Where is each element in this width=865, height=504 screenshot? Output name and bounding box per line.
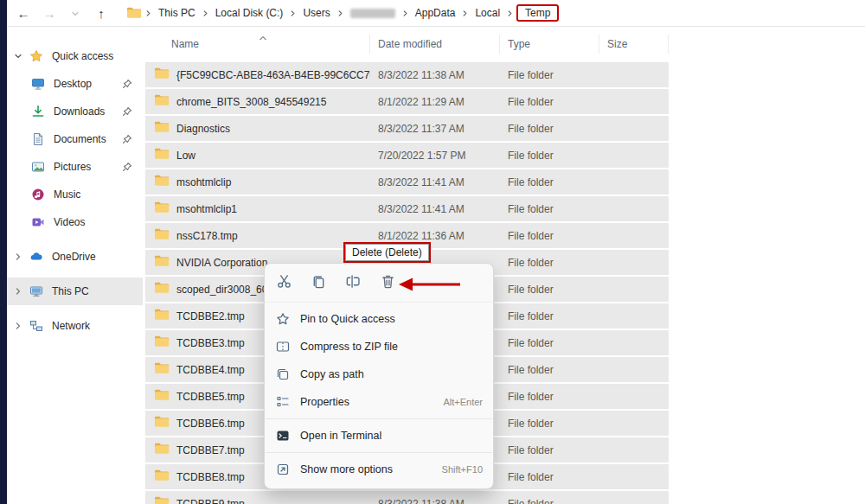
terminal-icon	[275, 429, 291, 443]
file-row[interactable]: chrome_BITS_3008_9455492158/1/2022 11:29…	[145, 89, 669, 114]
chevron-down-icon[interactable]	[9, 52, 28, 61]
menu-item-compress-to-zip-file[interactable]: Compress to ZIP file	[265, 333, 493, 360]
file-name-cell: msohtmlclip1	[145, 201, 370, 216]
downloads-icon	[29, 105, 47, 118]
chevron-right-icon[interactable]	[9, 287, 28, 296]
file-explorer-window: ←→↑ This PCLocal Disk (C:)UsersAppDataLo…	[0, 0, 865, 504]
forward-arrow-button[interactable]: →	[38, 3, 61, 23]
date-modified-cell: 8/3/2022 11:38 AM	[370, 498, 500, 504]
type-cell: File folder	[500, 391, 599, 403]
context-menu: Pin to Quick accessCompress to ZIP fileC…	[264, 263, 494, 489]
file-row[interactable]: TCDBBE9.tmp8/3/2022 11:38 AMFile folder	[145, 491, 669, 504]
file-name-cell: Low	[145, 148, 370, 163]
file-row[interactable]: Diagnostics8/3/2022 11:37 AMFile folder	[145, 116, 669, 141]
menu-item-copy-as-path[interactable]: Copy as path	[265, 360, 493, 388]
file-row[interactable]: msohtmlclip18/3/2022 11:41 AMFile folder	[145, 196, 669, 221]
breadcrumb-item-temp-red-box-annotation[interactable]: Temp	[516, 4, 559, 22]
nav-buttons: ←→↑	[7, 3, 118, 23]
folder-icon	[154, 201, 170, 216]
music-icon	[29, 188, 47, 201]
file-name: msohtmlclip1	[176, 203, 237, 215]
menu-cut-button[interactable]	[266, 268, 301, 297]
sidebar-item-this-pc[interactable]: This PC	[7, 278, 143, 305]
properties-icon	[275, 395, 291, 409]
type-cell: File folder	[500, 444, 599, 456]
sidebar-item-music[interactable]: Music	[7, 181, 143, 208]
sort-ascending-icon[interactable]	[258, 29, 268, 45]
copy-path-icon	[275, 367, 291, 381]
cut-icon	[276, 273, 292, 292]
videos-icon	[29, 215, 47, 229]
sidebar-item-downloads[interactable]: Downloads	[7, 98, 143, 125]
breadcrumb-item-local[interactable]: Local	[470, 4, 505, 22]
menu-item-pin-to-quick-access[interactable]: Pin to Quick access	[265, 305, 493, 333]
up-arrow-button[interactable]: ↑	[90, 3, 112, 23]
file-name-cell: nssC178.tmp	[145, 228, 370, 243]
folder-icon	[154, 121, 170, 136]
folder-icon	[154, 148, 170, 163]
folder-icon	[154, 335, 170, 350]
breadcrumb-item-local-disk-c[interactable]: Local Disk (C:)	[210, 4, 289, 22]
file-name: NVIDIA Corporation	[176, 257, 267, 269]
menu-item-shortcut: Alt+Enter	[443, 397, 483, 407]
breadcrumb: This PCLocal Disk (C:)UsersAppDataLocalT…	[144, 4, 559, 22]
file-name: nssC178.tmp	[176, 230, 238, 242]
file-name: TCDBBE5.tmp	[176, 391, 245, 403]
sidebar-item-quick-access[interactable]: Quick access	[7, 42, 143, 70]
sidebar-item-onedrive[interactable]: OneDrive	[7, 243, 143, 271]
file-row[interactable]: msohtmlclip8/3/2022 11:41 AMFile folder	[145, 169, 669, 195]
chevron-right-icon[interactable]	[9, 252, 28, 261]
sidebar-item-desktop[interactable]: Desktop	[7, 70, 143, 98]
folder-icon	[154, 228, 170, 243]
chevron-right-icon[interactable]	[9, 322, 28, 330]
zip-icon	[275, 340, 291, 354]
menu-item-properties[interactable]: PropertiesAlt+Enter	[265, 388, 493, 416]
menu-item-open-in-terminal[interactable]: Open in Terminal	[265, 422, 493, 450]
breadcrumb-chevron-icon	[401, 10, 409, 17]
breadcrumb-redacted-username	[350, 9, 395, 18]
folder-icon	[154, 389, 170, 404]
file-name: Diagnostics	[176, 123, 230, 135]
file-name: {F5C99CBC-ABE8-463A-B4EB-99C6CC70...	[176, 69, 370, 81]
menu-separator	[266, 452, 492, 453]
sidebar-item-network[interactable]: Network	[7, 312, 143, 340]
date-modified-cell: 8/3/2022 11:37 AM	[370, 123, 500, 135]
column-header-type[interactable]: Type	[500, 35, 599, 54]
delete-tooltip: Delete (Delete)	[345, 244, 429, 261]
sidebar-item-pictures[interactable]: Pictures	[7, 153, 143, 181]
toolbar: ←→↑ This PCLocal Disk (C:)UsersAppDataLo…	[7, 0, 865, 27]
column-header-date-modified[interactable]: Date modified	[370, 35, 500, 54]
back-arrow-button[interactable]: ←	[12, 3, 35, 23]
file-name: TCDBBE9.tmp	[176, 498, 245, 504]
file-row[interactable]: Low7/20/2022 1:57 PMFile folder	[145, 143, 669, 168]
pictures-icon	[29, 160, 47, 174]
breadcrumb-item-this-pc[interactable]: This PC	[153, 4, 201, 22]
file-row[interactable]: {F5C99CBC-ABE8-463A-B4EB-99C6CC70...8/3/…	[145, 62, 669, 87]
sidebar-item-label: Documents	[54, 133, 106, 145]
folder-icon	[154, 469, 170, 484]
file-name: TCDBBE8.tmp	[176, 471, 245, 483]
breadcrumb-chevron-icon	[289, 10, 297, 17]
file-name: msohtmlclip	[176, 176, 231, 188]
sidebar-item-label: Music	[54, 188, 80, 201]
pin-icon	[122, 79, 132, 89]
date-modified-cell: 8/1/2022 11:29 AM	[370, 96, 500, 108]
sidebar-item-videos[interactable]: Videos	[7, 208, 143, 236]
onedrive-icon	[28, 250, 45, 264]
menu-item-show-more-options[interactable]: Show more optionsShift+F10	[265, 456, 493, 483]
date-modified-cell: 8/1/2022 11:36 AM	[370, 230, 500, 242]
menu-rename-button[interactable]	[336, 268, 370, 297]
column-header-size[interactable]: Size	[599, 35, 669, 54]
breadcrumb-item-users[interactable]: Users	[298, 4, 335, 22]
file-name: TCDBBE4.tmp	[176, 364, 245, 376]
menu-copy-button[interactable]	[301, 268, 336, 297]
nav-history-chevron-button[interactable]	[64, 3, 86, 23]
menu-item-label: Copy as path	[300, 368, 483, 380]
breadcrumb-item-appdata[interactable]: AppData	[410, 4, 461, 22]
pin-icon	[122, 162, 132, 172]
pin-icon	[275, 312, 291, 326]
date-modified-cell: 8/3/2022 11:41 AM	[370, 176, 500, 188]
sidebar-item-label: Downloads	[54, 105, 105, 118]
sidebar-item-documents[interactable]: Documents	[7, 125, 143, 153]
sidebar: Quick accessDesktopDownloadsDocumentsPic…	[7, 27, 143, 504]
